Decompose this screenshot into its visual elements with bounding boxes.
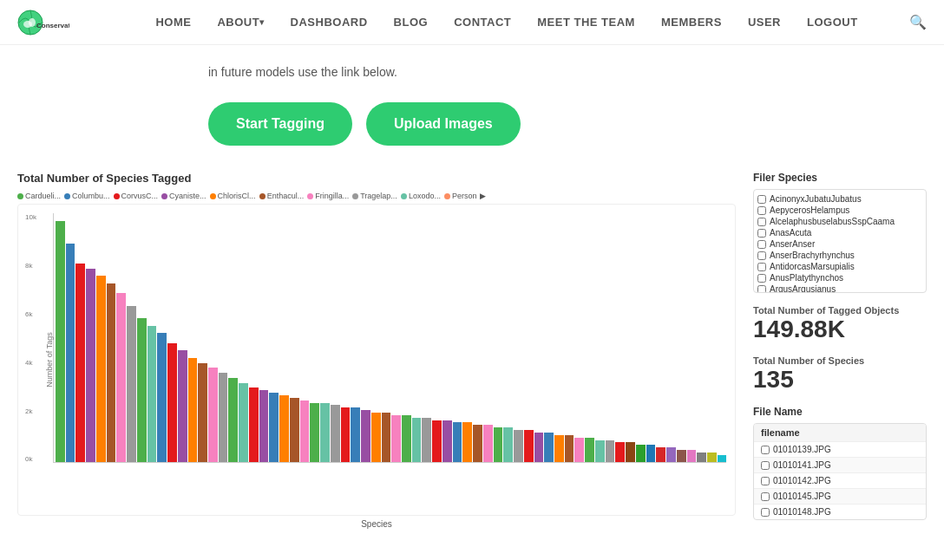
bar[interactable] <box>269 393 279 462</box>
nav-home[interactable]: HOME <box>145 0 201 45</box>
bar[interactable] <box>707 453 717 462</box>
nav-members[interactable]: MEMBERS <box>651 0 732 45</box>
filter-checkbox[interactable] <box>757 229 766 238</box>
bar[interactable] <box>96 276 106 462</box>
bar[interactable] <box>290 398 299 463</box>
bar[interactable] <box>585 438 594 463</box>
filter-checkbox[interactable] <box>757 206 766 215</box>
bar[interactable] <box>422 418 431 463</box>
file-checkbox[interactable] <box>761 446 770 454</box>
bar[interactable] <box>636 445 646 462</box>
filter-checkbox[interactable] <box>757 285 766 294</box>
filter-species-list[interactable]: AcinonyxJubatuJubatusAepycerosHelampusAl… <box>753 189 927 293</box>
bar[interactable] <box>677 450 686 462</box>
bar[interactable] <box>646 445 656 462</box>
bar[interactable] <box>331 405 340 462</box>
nav-contact[interactable]: CONTACT <box>443 0 521 45</box>
filter-species-name: AnserBrachyrhynchus <box>770 251 855 260</box>
filter-checkbox[interactable] <box>757 251 766 260</box>
bar[interactable] <box>137 318 147 462</box>
legend-item: Columbu... <box>64 192 110 200</box>
bar[interactable] <box>656 447 665 462</box>
bar[interactable] <box>107 283 116 463</box>
filter-checkbox[interactable] <box>757 263 766 271</box>
bar[interactable] <box>382 413 391 462</box>
bar[interactable] <box>412 418 422 463</box>
bar[interactable] <box>718 455 726 463</box>
bar[interactable] <box>116 293 126 462</box>
bar[interactable] <box>208 368 218 462</box>
bar[interactable] <box>687 450 697 462</box>
legend-more-icon[interactable]: ▶ <box>480 192 486 200</box>
nav-about[interactable]: ABOUT <box>206 0 274 45</box>
bar[interactable] <box>167 343 177 463</box>
file-checkbox[interactable] <box>761 492 770 501</box>
bar[interactable] <box>442 420 452 463</box>
bar[interactable] <box>178 350 187 462</box>
bar[interactable] <box>473 425 482 462</box>
filter-checkbox[interactable] <box>757 240 766 249</box>
bar[interactable] <box>219 373 228 462</box>
nav-blog[interactable]: BLOG <box>384 0 439 45</box>
bar[interactable] <box>565 435 574 463</box>
main-content: Total Number of Species Tagged Cardueli.… <box>0 172 944 529</box>
bar[interactable] <box>453 422 462 462</box>
filter-checkbox[interactable] <box>757 274 766 283</box>
bar[interactable] <box>249 387 259 462</box>
bar[interactable] <box>341 407 351 462</box>
bar[interactable] <box>524 430 534 462</box>
bar[interactable] <box>544 433 554 462</box>
bar[interactable] <box>432 420 442 463</box>
filter-species-name: AepycerosHelampus <box>770 205 849 215</box>
bar[interactable] <box>391 415 401 463</box>
bar[interactable] <box>198 363 207 463</box>
upload-images-button[interactable]: Upload Images <box>366 102 521 146</box>
bar[interactable] <box>494 427 503 462</box>
bar[interactable] <box>320 403 330 463</box>
file-checkbox[interactable] <box>761 477 770 485</box>
bar[interactable] <box>361 410 370 462</box>
bar[interactable] <box>157 333 167 462</box>
bar[interactable] <box>228 378 238 463</box>
filter-checkbox[interactable] <box>757 218 766 226</box>
bar[interactable] <box>75 264 85 463</box>
bar[interactable] <box>259 390 269 462</box>
nav-logout[interactable]: LOGOUT <box>796 0 869 45</box>
nav-dashboard[interactable]: DASHBOARD <box>280 0 378 45</box>
start-tagging-button[interactable]: Start Tagging <box>208 102 352 146</box>
bars-container <box>53 213 726 463</box>
bar[interactable] <box>574 438 584 463</box>
bar[interactable] <box>534 433 544 462</box>
bar[interactable] <box>148 326 157 463</box>
bar[interactable] <box>351 407 360 462</box>
file-checkbox[interactable] <box>761 461 770 470</box>
bar[interactable] <box>56 221 65 462</box>
bar[interactable] <box>503 427 513 462</box>
bar[interactable] <box>554 435 564 463</box>
bar[interactable] <box>514 430 523 462</box>
bar[interactable] <box>483 425 493 462</box>
bar[interactable] <box>462 422 472 462</box>
bar[interactable] <box>606 440 615 463</box>
bar[interactable] <box>615 442 625 462</box>
nav-meet-team[interactable]: MEET THE TEAM <box>527 0 646 45</box>
bar[interactable] <box>595 440 605 463</box>
bar[interactable] <box>300 400 310 463</box>
logo[interactable]: Conservation AI <box>17 5 69 40</box>
bar[interactable] <box>666 447 676 462</box>
bar[interactable] <box>697 453 706 462</box>
bar[interactable] <box>127 306 136 463</box>
nav-user[interactable]: USER <box>738 0 791 45</box>
search-icon[interactable]: 🔍 <box>909 14 927 30</box>
filter-checkbox[interactable] <box>757 195 766 204</box>
bar[interactable] <box>626 442 635 462</box>
file-checkbox[interactable] <box>761 508 770 517</box>
bar[interactable] <box>402 415 411 463</box>
bar[interactable] <box>310 403 319 463</box>
bar[interactable] <box>86 269 95 463</box>
bar[interactable] <box>239 383 248 463</box>
bar[interactable] <box>279 395 289 462</box>
bar[interactable] <box>66 244 75 463</box>
bar[interactable] <box>371 413 381 462</box>
bar[interactable] <box>188 358 198 463</box>
